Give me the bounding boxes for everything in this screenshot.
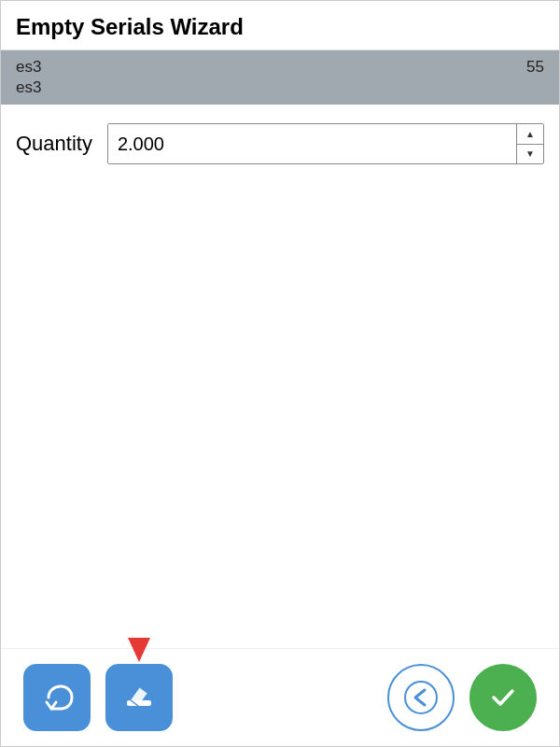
main-content [1, 183, 559, 648]
bottom-left-buttons [23, 664, 173, 731]
info-bar: es3 55 es3 [1, 50, 559, 105]
back-button[interactable] [387, 664, 455, 731]
main-container: Empty Serials Wizard es3 55 es3 Quantity… [0, 0, 560, 747]
info-row1-label: es3 [16, 58, 41, 77]
spin-buttons: ▲ ▼ [516, 124, 543, 163]
undo-button[interactable] [23, 664, 91, 731]
spin-up-button[interactable]: ▲ [517, 124, 543, 145]
confirm-button[interactable] [469, 664, 537, 731]
info-row-2: es3 [16, 78, 544, 97]
title-bar: Empty Serials Wizard [1, 1, 559, 50]
quantity-label: Quantity [16, 132, 92, 156]
clear-icon [121, 680, 157, 715]
confirm-icon [486, 681, 520, 714]
page-title: Empty Serials Wizard [16, 14, 544, 40]
quantity-field-wrapper: ▲ ▼ [107, 123, 544, 164]
svg-point-2 [405, 682, 437, 713]
quantity-input[interactable] [108, 124, 516, 163]
info-row2-label: es3 [16, 78, 41, 97]
clear-button-wrapper [105, 664, 173, 731]
spin-down-button[interactable]: ▼ [517, 145, 543, 164]
info-row-1: es3 55 [16, 58, 544, 77]
svg-marker-0 [128, 638, 150, 662]
form-area: Quantity ▲ ▼ [1, 105, 559, 183]
clear-button[interactable] [105, 664, 173, 731]
bottom-right-buttons [387, 664, 537, 731]
info-row1-value: 55 [526, 58, 544, 77]
red-arrow-indicator [124, 638, 154, 666]
bottom-bar [1, 648, 559, 746]
undo-icon [39, 680, 75, 715]
back-icon [404, 681, 438, 714]
